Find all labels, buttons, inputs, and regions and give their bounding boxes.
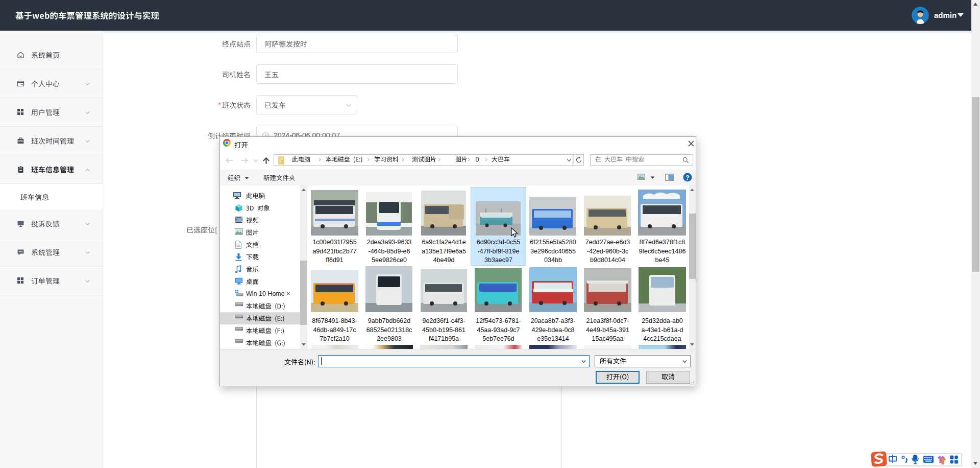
svg-text:?: ? [685,174,689,181]
